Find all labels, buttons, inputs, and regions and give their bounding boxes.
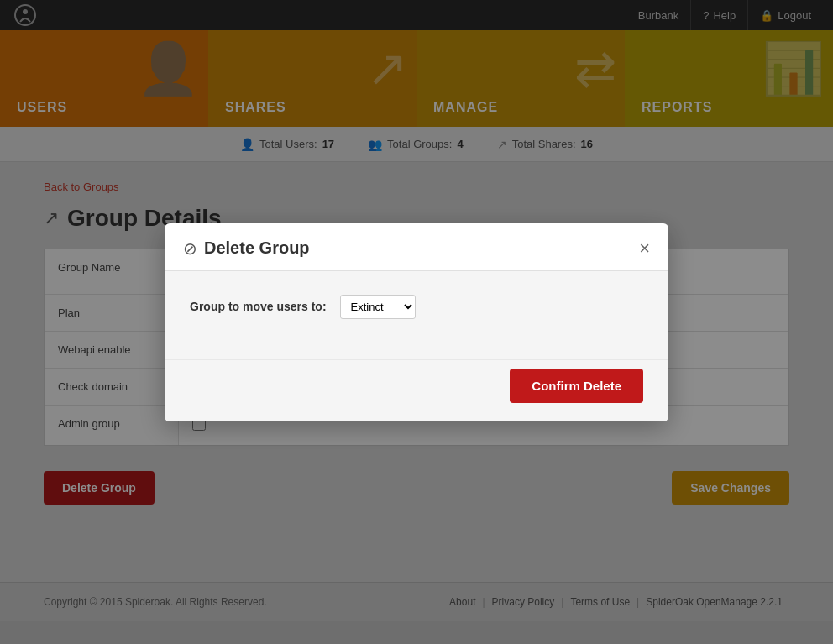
modal-select-wrap: Extinct Default None bbox=[340, 295, 416, 319]
modal-ban-icon: ⊘ bbox=[183, 238, 197, 259]
modal-close-button[interactable]: × bbox=[639, 239, 650, 258]
modal-footer: Confirm Delete bbox=[165, 359, 668, 421]
modal-body: Group to move users to: Extinct Default … bbox=[165, 271, 668, 359]
modal-title-row: ⊘ Delete Group bbox=[183, 238, 310, 259]
modal-field-row: Group to move users to: Extinct Default … bbox=[190, 295, 643, 319]
move-users-to-select[interactable]: Extinct Default None bbox=[340, 295, 416, 319]
modal-field-label: Group to move users to: bbox=[190, 300, 327, 313]
modal-header: ⊘ Delete Group × bbox=[165, 223, 668, 271]
modal-overlay: ⊘ Delete Group × Group to move users to:… bbox=[0, 0, 833, 644]
modal-title: Delete Group bbox=[204, 238, 310, 258]
confirm-delete-button[interactable]: Confirm Delete bbox=[510, 369, 643, 403]
delete-group-modal: ⊘ Delete Group × Group to move users to:… bbox=[165, 223, 668, 421]
